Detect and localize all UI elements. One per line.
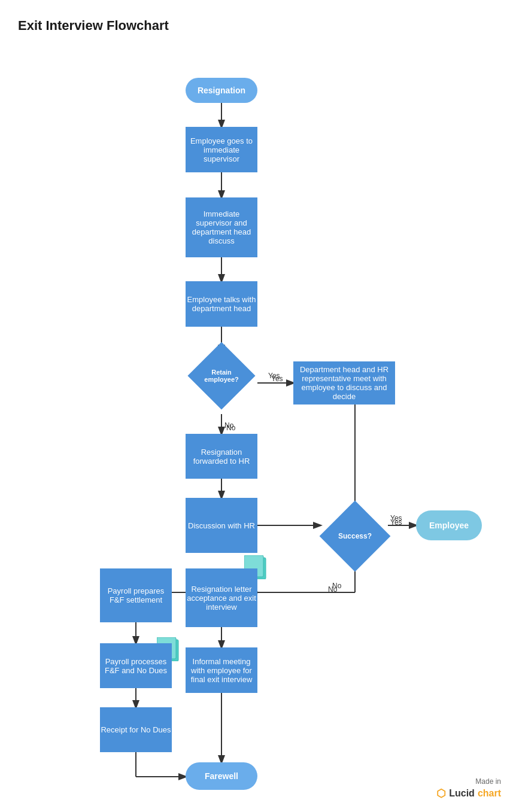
- success-diamond: Success?: [320, 501, 391, 572]
- lucid-chart-text: chart: [478, 788, 501, 799]
- yes-label-success: Yes: [390, 518, 402, 527]
- no-label-retain: No: [226, 424, 235, 432]
- resignation-node: Resignation: [186, 78, 257, 103]
- farewell-node: Farewell: [186, 762, 257, 790]
- payroll-ff-node: Payroll prepares F&F settlement: [100, 568, 172, 622]
- made-in-text: Made in: [475, 777, 501, 786]
- lucidchart-logo: ⬡ Lucidchart: [436, 787, 501, 800]
- no-label-success: No: [328, 585, 337, 594]
- resignation-letter-node: Resignation letter acceptance and exit i…: [186, 568, 257, 627]
- informal-meeting-node: Informal meeting with employee for final…: [186, 647, 257, 693]
- watermark: Made in ⬡ Lucidchart: [436, 777, 501, 800]
- lucid-text: Lucid: [449, 788, 475, 799]
- employee-dept-node: Employee talks with department head: [186, 281, 257, 327]
- yes-label-retain: Yes: [271, 375, 283, 383]
- supervisor-discuss-node: Immediate supervisor and department head…: [186, 197, 257, 257]
- receipt-node: Receipt for No Dues: [100, 707, 172, 752]
- dept-hr-meet-node: Department head and HR representative me…: [293, 361, 395, 405]
- retain-diamond: Retain employee?: [187, 342, 255, 409]
- discussion-hr-node: Discussion with HR: [186, 498, 257, 553]
- lucid-icon: ⬡: [436, 787, 446, 800]
- employee-supervisor-node: Employee goes to immediate supervisor: [186, 127, 257, 172]
- payroll-ff2-node: Payroll processes F&F and No Dues: [100, 643, 172, 688]
- employee-pill: Employee: [416, 510, 482, 540]
- resignation-hr-node: Resignation forwarded to HR: [186, 434, 257, 479]
- page-title: Exit Interview Flowchart: [18, 18, 169, 34]
